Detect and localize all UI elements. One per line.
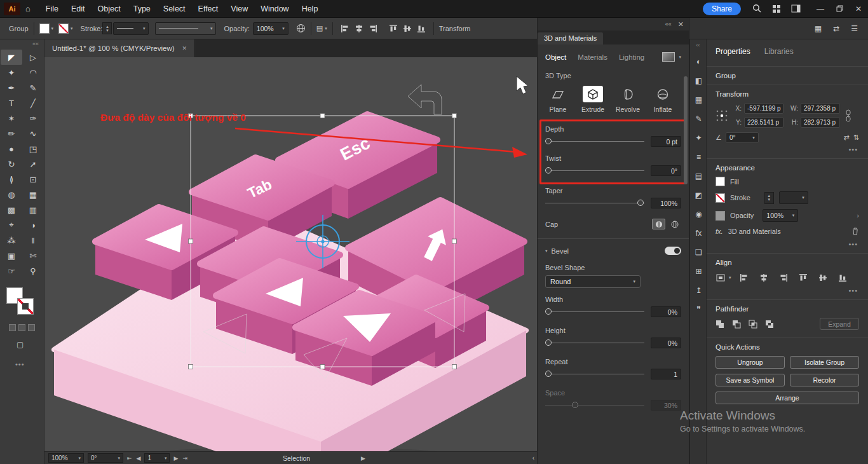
- prev-artboard-icon[interactable]: ◀: [137, 455, 141, 461]
- align-middle-icon[interactable]: [400, 22, 414, 35]
- dock-collapse-icon[interactable]: ‹‹: [690, 39, 706, 52]
- perspective-grid-tool[interactable]: ▦: [22, 187, 44, 202]
- 3d-type-extrude[interactable]: Extrude: [580, 86, 606, 113]
- rotation-dropdown[interactable]: 0°▾: [88, 453, 123, 463]
- pathfinder-exclude-icon[interactable]: [765, 320, 775, 329]
- pathfinder-unite-icon[interactable]: [715, 320, 726, 329]
- document-tab-close-icon[interactable]: ✕: [182, 45, 187, 51]
- artboard-number-dropdown[interactable]: 1▾: [144, 453, 170, 463]
- menu-item[interactable]: Window: [254, 0, 295, 18]
- transform-label[interactable]: Transform: [439, 25, 471, 32]
- bevel-repeat-value[interactable]: 1: [651, 369, 681, 379]
- direct-selection-tool[interactable]: ▷: [22, 50, 44, 65]
- asset-export-panel-icon[interactable]: ↥: [690, 281, 707, 300]
- stroke-color-swatch[interactable]: [17, 298, 34, 315]
- share-button[interactable]: Share: [703, 3, 741, 15]
- tab-materials[interactable]: Materials: [578, 53, 607, 61]
- home-icon[interactable]: ⌂: [25, 4, 31, 13]
- ungroup-button[interactable]: Ungroup: [715, 356, 785, 369]
- tab-libraries[interactable]: Libraries: [764, 47, 794, 56]
- artboard-tool[interactable]: ▣: [1, 248, 22, 263]
- shaper-tool[interactable]: ∿: [22, 126, 44, 141]
- blend-tool[interactable]: ◑: [22, 217, 44, 233]
- depth-slider[interactable]: [545, 137, 644, 146]
- transparency-panel-icon[interactable]: ◩: [690, 186, 707, 205]
- panel-close-icon[interactable]: ✕: [678, 20, 684, 29]
- workspace-switcher-icon[interactable]: ⇄: [833, 24, 839, 33]
- bevel-width-slider[interactable]: [545, 308, 644, 317]
- tab-object[interactable]: Object: [545, 53, 566, 61]
- opacity-options-chevron-icon[interactable]: ›: [857, 212, 859, 219]
- dock-menu-icon[interactable]: ☰: [851, 24, 858, 33]
- gradient-tool[interactable]: ▥: [22, 202, 44, 217]
- minimize-button[interactable]: —: [811, 0, 830, 18]
- arrange-view-icon[interactable]: ▦: [815, 24, 822, 33]
- w-input[interactable]: 297.2358 p: [801, 103, 840, 114]
- align-to-dropdown[interactable]: ▾: [715, 273, 731, 282]
- free-transform-tool[interactable]: ⊡: [22, 172, 44, 187]
- pen-tool[interactable]: ✒: [1, 80, 22, 95]
- fill-stroke-control[interactable]: [6, 287, 36, 317]
- symbol-sprayer-tool[interactable]: ⁂: [1, 233, 22, 248]
- delete-effect-icon[interactable]: [851, 227, 859, 235]
- align-right-icon[interactable]: [776, 271, 790, 284]
- globe-icon[interactable]: [296, 24, 306, 33]
- close-button[interactable]: ✕: [849, 0, 868, 18]
- render-settings-icon[interactable]: ▾: [662, 52, 681, 62]
- h-input[interactable]: 282.9713 p: [801, 117, 840, 128]
- constrain-proportions-icon[interactable]: [845, 109, 851, 122]
- menu-item[interactable]: View: [224, 0, 254, 18]
- bevel-toggle[interactable]: [665, 247, 681, 255]
- width-tool[interactable]: ≬: [1, 172, 22, 187]
- shape-tool[interactable]: ✶: [1, 111, 22, 126]
- bevel-expand-icon[interactable]: ▾: [545, 249, 548, 254]
- pathfinder-minus-front-icon[interactable]: [732, 320, 742, 329]
- zoom-tool[interactable]: ⚲: [22, 263, 44, 278]
- type-tool[interactable]: T: [1, 95, 22, 111]
- expand-button[interactable]: Expand: [820, 318, 859, 330]
- fill-swatch[interactable]: [39, 24, 50, 34]
- 3d-type-revolve[interactable]: Revolve: [615, 86, 641, 113]
- align-bottom-icon[interactable]: [414, 22, 428, 35]
- comments-panel-icon[interactable]: ❞: [690, 300, 707, 319]
- screen-mode-icon[interactable]: ▢: [17, 340, 44, 349]
- menu-item[interactable]: File: [39, 0, 65, 18]
- width-profile-dropdown[interactable]: ▾: [155, 22, 216, 35]
- slice-tool[interactable]: ✄: [22, 248, 44, 263]
- menu-item[interactable]: Effect: [192, 0, 225, 18]
- artboards-panel-icon[interactable]: ⊞: [690, 262, 707, 281]
- draw-inside-icon[interactable]: [28, 324, 35, 331]
- menu-item[interactable]: Edit: [65, 0, 92, 18]
- bevel-repeat-slider[interactable]: [545, 370, 644, 379]
- stroke-chevron-icon[interactable]: ▾: [71, 26, 73, 31]
- recolor-button[interactable]: Recolor: [790, 374, 859, 386]
- align-left-icon[interactable]: [737, 271, 751, 284]
- stroke-swatch[interactable]: [715, 193, 725, 203]
- menu-item[interactable]: Type: [127, 0, 157, 18]
- reference-point-selector[interactable]: [715, 109, 728, 122]
- twist-slider[interactable]: [545, 167, 644, 175]
- isolate-group-button[interactable]: Isolate Group: [790, 356, 859, 369]
- toolbar-more-icon[interactable]: •••: [15, 360, 44, 368]
- search-icon[interactable]: [752, 4, 762, 13]
- 3d-type-plane[interactable]: Plane: [545, 86, 571, 113]
- align-top-icon[interactable]: [796, 271, 810, 284]
- flip-vertical-icon[interactable]: ⇅: [853, 133, 859, 142]
- stroke-label[interactable]: Stroke: [730, 194, 750, 201]
- tab-lighting[interactable]: Lighting: [619, 53, 644, 61]
- align-right-icon[interactable]: [366, 22, 380, 35]
- zoom-dropdown[interactable]: 100%▾: [48, 453, 84, 463]
- line-segment-tool[interactable]: ╱: [22, 95, 44, 111]
- draw-behind-icon[interactable]: [18, 324, 25, 331]
- menu-item[interactable]: Help: [295, 0, 325, 18]
- fill-chevron-icon[interactable]: ▾: [51, 26, 54, 31]
- fill-label[interactable]: Fill: [730, 178, 739, 186]
- arrange-documents-icon[interactable]: [772, 4, 781, 13]
- menu-item[interactable]: Object: [92, 0, 127, 18]
- cap-solid-button[interactable]: [652, 219, 665, 229]
- x-input[interactable]: -597.1199 p: [744, 103, 783, 114]
- menu-item[interactable]: Select: [157, 0, 192, 18]
- selection-tool[interactable]: ◤: [1, 50, 22, 65]
- pathfinder-intersect-icon[interactable]: [749, 320, 759, 329]
- align-middle-icon[interactable]: [816, 271, 830, 284]
